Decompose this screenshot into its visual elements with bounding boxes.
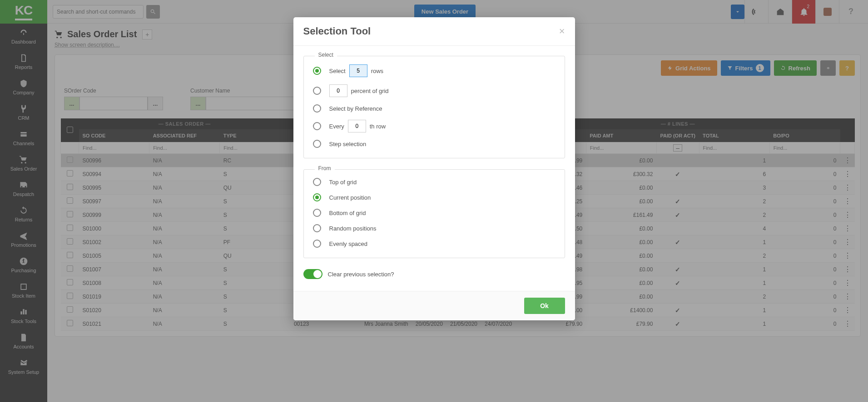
every-nth-input[interactable] xyxy=(348,120,366,132)
radio-from-random[interactable] xyxy=(313,224,321,232)
radio-from-even[interactable] xyxy=(313,240,321,248)
modal-overlay: Selection Tool × Select Select rows xyxy=(0,0,868,402)
radio-from-top[interactable] xyxy=(313,178,321,186)
radio-percent[interactable] xyxy=(313,87,321,95)
clear-previous-label: Clear previous selection? xyxy=(328,271,394,278)
percent-input[interactable] xyxy=(329,84,347,97)
selection-tool-modal: Selection Tool × Select Select rows xyxy=(293,17,575,320)
clear-previous-toggle[interactable] xyxy=(303,269,322,279)
modal-title: Selection Tool xyxy=(303,25,371,37)
close-button[interactable]: × xyxy=(559,25,565,37)
radio-step[interactable] xyxy=(313,140,321,148)
radio-from-current[interactable] xyxy=(313,193,321,201)
select-fieldset: Select Select rows percent of grid xyxy=(303,56,565,158)
ok-button[interactable]: Ok xyxy=(524,298,565,314)
radio-by-reference[interactable] xyxy=(313,104,321,113)
from-legend: From xyxy=(315,165,335,172)
select-legend: Select xyxy=(315,52,337,58)
radio-select-rows[interactable] xyxy=(313,67,321,75)
radio-from-bottom[interactable] xyxy=(313,209,321,217)
from-fieldset: From Top of grid Current position Bottom… xyxy=(303,169,565,258)
radio-every-nth[interactable] xyxy=(313,122,321,130)
select-rows-input[interactable] xyxy=(349,64,367,77)
